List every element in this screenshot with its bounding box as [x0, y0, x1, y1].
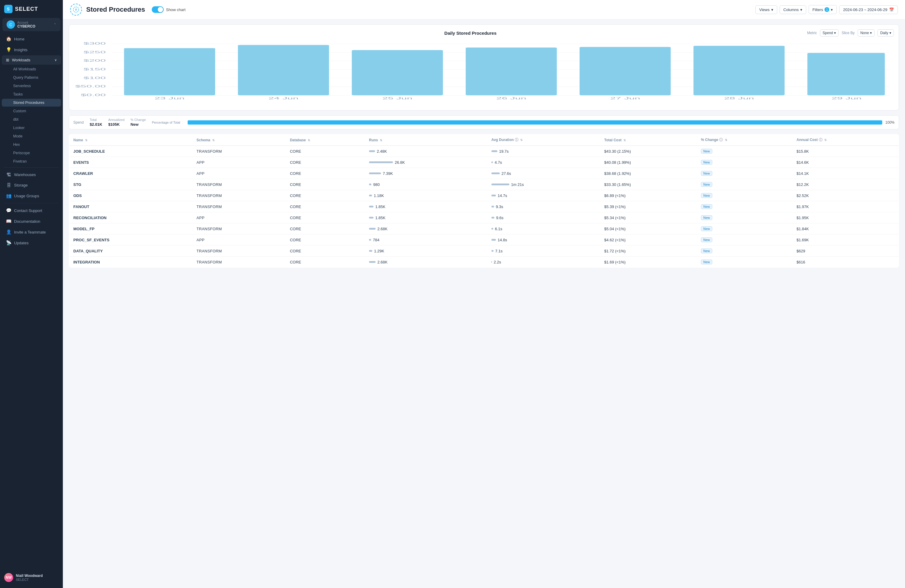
col-name[interactable]: Name ⇅: [69, 134, 192, 146]
col-avg-duration[interactable]: Avg Duration ⓘ ⇅: [487, 134, 600, 146]
duration-bar: [491, 261, 492, 263]
col-total-cost[interactable]: Total Cost ⇅: [600, 134, 697, 146]
workloads-icon: ⊞: [6, 58, 9, 62]
cell-database: CORE: [286, 201, 365, 212]
new-badge: New: [701, 215, 712, 220]
runs-bar: [369, 195, 372, 196]
cell-database: CORE: [286, 223, 365, 234]
table-row[interactable]: DATA_QUALITY TRANSFORM CORE 1.29K 7.1s $…: [69, 245, 899, 257]
slice-by-select[interactable]: None ▾: [858, 29, 875, 37]
col-runs[interactable]: Runs ⇅: [365, 134, 487, 146]
logo-icon: S: [4, 5, 13, 13]
sidebar-item-documentation[interactable]: 📖 Documentation: [2, 216, 61, 226]
table-row[interactable]: INTEGRATION TRANSFORM CORE 2.68K 2.2s $1…: [69, 257, 899, 268]
app-logo[interactable]: S SELECT: [0, 0, 63, 18]
sidebar-item-hex[interactable]: Hex: [2, 141, 61, 148]
sidebar-item-insights[interactable]: 💡 Insights: [2, 44, 61, 55]
sidebar-item-looker[interactable]: Looker: [2, 124, 61, 132]
col-schema[interactable]: Schema ⇅: [192, 134, 286, 146]
table-row[interactable]: EVENTS APP CORE 26.8K 4.7s $40.08 (1.99%…: [69, 157, 899, 168]
sidebar-item-all-workloads[interactable]: All Workloads: [2, 65, 61, 73]
col-annual-cost[interactable]: Annual Cost ⓘ ⇅: [792, 134, 899, 146]
table-row[interactable]: CRAWLER APP CORE 7.39K 27.6s $38.68 (1.9…: [69, 168, 899, 179]
sidebar-item-updates[interactable]: 📡 Updates: [2, 238, 61, 248]
cell-avg-duration: 4.7s: [487, 157, 600, 168]
filters-button[interactable]: Filters 1 ▾: [809, 5, 837, 14]
runs-bar: [369, 228, 376, 230]
sidebar-item-serverless[interactable]: Serverless: [2, 82, 61, 90]
sidebar-item-storage[interactable]: 🗄 Storage: [2, 180, 61, 190]
table-row[interactable]: RECONCILIATION APP CORE 1.85K 9.6s $5.34…: [69, 212, 899, 223]
runs-bar: [369, 261, 376, 263]
cell-avg-duration: 7.1s: [487, 245, 600, 257]
account-name: CYBERCO: [17, 24, 51, 29]
table-row[interactable]: PROC_SF_EVENTS APP CORE 784 14.8s $4.62 …: [69, 234, 899, 245]
cell-database: CORE: [286, 234, 365, 245]
svg-text:25 Jun: 25 Jun: [383, 97, 413, 100]
cell-pct-change: New: [697, 168, 792, 179]
sidebar-item-mode[interactable]: Mode: [2, 132, 61, 140]
cell-avg-duration: 9.3s: [487, 201, 600, 212]
cell-schema: TRANSFORM: [192, 223, 286, 234]
divider-1: [4, 167, 59, 168]
table-row[interactable]: MODEL_FP TRANSFORM CORE 2.68K 6.1s $5.04…: [69, 223, 899, 234]
views-button[interactable]: Views ▾: [755, 5, 777, 14]
warehouses-icon: 🏗: [6, 172, 11, 177]
sidebar-item-fivetran[interactable]: Fivetran: [2, 157, 61, 165]
sidebar-item-contact-support[interactable]: 💬 Contact Support: [2, 205, 61, 216]
cell-name: DATA_QUALITY: [69, 245, 192, 257]
show-chart-toggle[interactable]: Show chart: [152, 6, 186, 13]
pct-change-info-icon[interactable]: ⓘ: [719, 138, 723, 142]
runs-bar: [369, 250, 372, 252]
table-row[interactable]: JOB_SCHEDULE TRANSFORM CORE 2.48K 19.7s …: [69, 146, 899, 157]
runs-bar: [369, 172, 381, 174]
table-row[interactable]: ODS TRANSFORM CORE 1.18K 14.7s $6.89 (<1…: [69, 190, 899, 201]
cell-pct-change: New: [697, 201, 792, 212]
header-actions: Views ▾ Columns ▾ Filters 1 ▾ 2024-06-23…: [755, 5, 898, 14]
columns-button[interactable]: Columns ▾: [780, 5, 806, 14]
sidebar-item-query-patterns[interactable]: Query Patterns: [2, 74, 61, 81]
col-database[interactable]: Database ⇅: [286, 134, 365, 146]
cell-schema: TRANSFORM: [192, 146, 286, 157]
svg-rect-15: [124, 48, 215, 95]
cell-database: CORE: [286, 190, 365, 201]
views-chevron-icon: ▾: [771, 8, 773, 12]
account-selector[interactable]: C Account CYBERCO ⌃: [2, 18, 60, 31]
sidebar-item-usage-groups[interactable]: 👥 Usage Groups: [2, 191, 61, 201]
sidebar-item-invite-teammate[interactable]: 👤 Invite a Teammate: [2, 227, 61, 237]
table-row[interactable]: FANOUT TRANSFORM CORE 1.85K 9.3s $5.39 (…: [69, 201, 899, 212]
chart-toggle-switch[interactable]: [152, 6, 164, 13]
page-icon: [70, 3, 82, 16]
sidebar-item-stored-procedures[interactable]: Stored Procedures: [2, 99, 61, 106]
sidebar-item-workloads[interactable]: ⊞ Workloads ∨: [2, 56, 61, 65]
summary-pct-value: 100%: [885, 120, 894, 124]
svg-text:$250: $250: [84, 51, 106, 54]
sidebar-item-warehouses[interactable]: 🏗 Warehouses: [2, 170, 61, 180]
annual-cost-info-icon[interactable]: ⓘ: [819, 138, 822, 142]
account-icon: C: [6, 21, 15, 29]
cell-pct-change: New: [697, 212, 792, 223]
cell-schema: TRANSFORM: [192, 179, 286, 190]
calendar-icon: 📅: [889, 8, 894, 12]
cell-annual-cost: $1.84K: [792, 223, 899, 234]
avg-duration-info-icon[interactable]: ⓘ: [515, 138, 518, 142]
summary-bar-wrap: Percentage of Total 100%: [152, 120, 894, 124]
cell-database: CORE: [286, 168, 365, 179]
col-pct-change[interactable]: % Change ⓘ ⇅: [697, 134, 792, 146]
sidebar-item-dbt[interactable]: dbt: [2, 116, 61, 123]
new-badge: New: [701, 226, 712, 231]
cell-total-cost: $1.72 (<1%): [600, 245, 697, 257]
user-profile[interactable]: NW Niall Woodward SELECT: [0, 570, 63, 585]
period-select[interactable]: Daily ▾: [878, 29, 894, 37]
sidebar-item-custom[interactable]: Custom: [2, 107, 61, 115]
sidebar-item-periscope[interactable]: Periscope: [2, 149, 61, 157]
sidebar-item-tasks[interactable]: Tasks: [2, 91, 61, 98]
sidebar-item-home[interactable]: 🏠 Home: [2, 34, 61, 44]
date-range-picker[interactable]: 2024-06-23 ~ 2024-06-29 📅: [839, 5, 898, 14]
summary-annualized: Annualized $105K: [108, 118, 130, 127]
cell-avg-duration: 1m 21s: [487, 179, 600, 190]
cell-schema: APP: [192, 157, 286, 168]
cell-runs: 2.48K: [365, 146, 487, 157]
table-row[interactable]: STG TRANSFORM CORE 980 1m 21s $33.30 (1.…: [69, 179, 899, 190]
metric-select[interactable]: Spend ▾: [820, 29, 839, 37]
